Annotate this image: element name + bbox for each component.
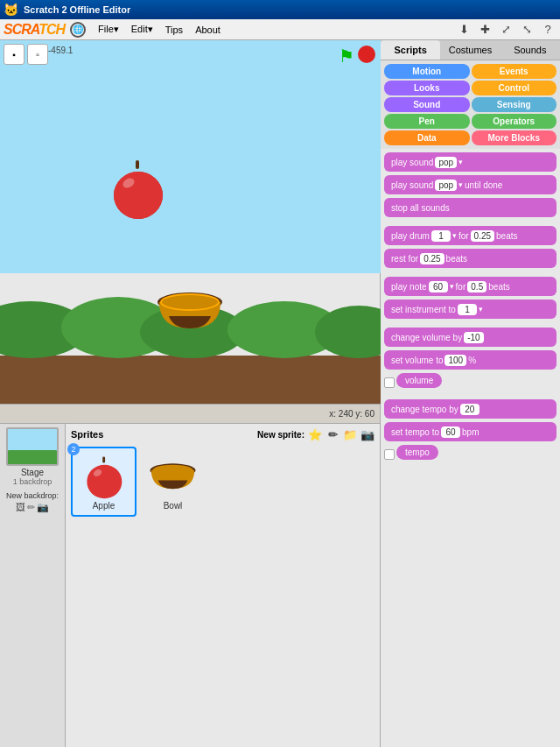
block-tempo-change-input[interactable]: 20	[460, 404, 480, 415]
cat-data[interactable]: Data	[384, 130, 470, 145]
sprite-item-apple[interactable]: Apple	[71, 447, 136, 517]
left-panel: ▪ ▫ -459.1 ⚑ x: 240 y: 60 Stage 1 backdr…	[0, 40, 381, 747]
blocks-area: play sound pop ▾ play sound pop ▾ until …	[381, 149, 560, 747]
sprites-label: Sprites	[71, 429, 103, 440]
cat-pen[interactable]: Pen	[384, 114, 470, 129]
add-icon[interactable]: ✚	[476, 21, 494, 39]
apple-sprite	[109, 159, 166, 220]
cat-motion[interactable]: Motion	[384, 64, 470, 79]
stop-button[interactable]	[358, 46, 375, 63]
svg-rect-7	[102, 456, 105, 462]
block-change-tempo[interactable]: change tempo by 20	[384, 399, 556, 419]
block-note-beats-input[interactable]: 0.5	[467, 281, 486, 292]
block-rest[interactable]: rest for 0.25 beats	[384, 249, 556, 268]
coords-display: -459.1	[48, 46, 73, 55]
green-flag-button[interactable]: ⚑	[339, 46, 354, 67]
block-instrument-arrow: ▾	[479, 305, 483, 314]
expand-icon[interactable]: ⤢	[497, 21, 514, 39]
tab-costumes[interactable]: Costumes	[440, 40, 500, 60]
shrink-icon[interactable]: ⤡	[518, 21, 536, 39]
svg-point-2	[114, 172, 163, 219]
help-icon[interactable]: ?	[539, 21, 556, 39]
block-play-sound[interactable]: play sound pop ▾	[384, 152, 556, 172]
stage-bottom-bar: x: 240 y: 60	[0, 404, 380, 423]
volume-reporter[interactable]: volume	[396, 373, 442, 388]
block-play-drum[interactable]: play drum 1 ▾ for 0.25 beats	[384, 226, 556, 245]
new-sprite-paint-icon[interactable]: ⭐	[308, 427, 322, 441]
volume-checkbox[interactable]	[384, 377, 395, 388]
block-drum-beats-input[interactable]: 0.25	[471, 230, 494, 242]
block-instrument-input[interactable]: 1	[458, 304, 477, 315]
cat-sound[interactable]: Sound	[384, 97, 470, 112]
bowl-thumb	[147, 453, 200, 501]
new-backdrop-label: New backdrop:	[6, 491, 59, 500]
tempo-checkbox[interactable]	[384, 449, 395, 460]
block-play-sound-done[interactable]: play sound pop ▾ until done	[384, 175, 556, 194]
block-play-sound-arrow: ▾	[458, 158, 463, 166]
block-play-sound-input[interactable]: pop	[435, 157, 457, 168]
block-volume-input[interactable]: 100	[444, 355, 466, 366]
block-tempo-input[interactable]: 60	[441, 426, 460, 438]
block-set-volume[interactable]: set volume to 100 %	[384, 350, 556, 370]
sprite-name-bowl: Bowl	[164, 501, 183, 511]
new-sprite-camera-icon[interactable]: 📷	[360, 427, 374, 441]
stage-thumbnail[interactable]	[6, 427, 59, 466]
block-play-sound-done-input[interactable]: pop	[435, 180, 457, 191]
brush-icon[interactable]: ✏	[27, 502, 35, 513]
stage-size-normal-button[interactable]: ▫	[27, 44, 48, 65]
stage-column: Stage 1 backdrop New backdrop: 🖼 ✏ 📷	[0, 424, 66, 747]
menu-about[interactable]: About	[190, 23, 226, 37]
svg-point-8	[87, 464, 122, 498]
volume-reporter-row: volume	[384, 373, 556, 391]
block-change-volume[interactable]: change volume by -10	[384, 328, 556, 347]
main-layout: ▪ ▫ -459.1 ⚑ x: 240 y: 60 Stage 1 backdr…	[0, 40, 560, 747]
block-drum-arrow: ▾	[452, 231, 457, 240]
categories: Motion Events Looks Control Sound Sensin…	[381, 60, 560, 149]
sprite-item-bowl[interactable]: Bowl	[140, 447, 206, 517]
sprite-item-apple-wrap: 2 Apple	[71, 447, 136, 517]
sprites-grid: 2 Apple	[67, 443, 378, 520]
sprites-header: Sprites New sprite: ⭐ ✏ 📁 📷	[67, 426, 378, 443]
new-sprite-folder-icon[interactable]: 📁	[343, 427, 357, 441]
stage: ▪ ▫ -459.1 ⚑	[0, 40, 381, 404]
block-volume-change-input[interactable]: -10	[464, 332, 483, 343]
block-set-tempo[interactable]: set tempo to 60 bpm	[384, 422, 556, 441]
paint-backdrop-icon[interactable]: 🖼	[16, 502, 25, 513]
tab-scripts[interactable]: Scripts	[381, 40, 440, 60]
block-note-arrow: ▾	[450, 282, 454, 291]
sprites-list: Sprites New sprite: ⭐ ✏ 📁 📷 2	[66, 424, 380, 747]
stage-size-small-button[interactable]: ▪	[4, 44, 24, 65]
block-stop-sounds[interactable]: stop all sounds	[384, 198, 556, 217]
cat-events[interactable]: Events	[472, 64, 557, 79]
tempo-reporter[interactable]: tempo	[396, 445, 438, 460]
menu-file[interactable]: File▾	[93, 22, 124, 37]
block-note-input[interactable]: 60	[429, 281, 448, 292]
app-icon: 🐱	[4, 3, 18, 17]
new-sprite-brush-icon[interactable]: ✏	[326, 427, 340, 441]
sprite-badge-apple: 2	[67, 443, 80, 455]
title-bar: 🐱 Scratch 2 Offline Editor	[0, 0, 560, 19]
cat-sensing[interactable]: Sensing	[472, 97, 557, 112]
cat-control[interactable]: Control	[472, 81, 557, 95]
xy-display: x: 240 y: 60	[329, 409, 374, 419]
bowl-sprite	[156, 292, 224, 331]
camera-backdrop-icon[interactable]: 📷	[37, 502, 49, 513]
block-set-instrument[interactable]: set instrument to 1 ▾	[384, 300, 556, 319]
block-tabs: Scripts Costumes Sounds	[381, 40, 560, 60]
globe-icon[interactable]: 🌐	[70, 22, 86, 38]
download-icon[interactable]: ⬇	[455, 21, 472, 39]
menu-tips[interactable]: Tips	[160, 23, 188, 37]
block-rest-input[interactable]: 0.25	[420, 253, 444, 264]
title-text: Scratch 2 Offline Editor	[24, 4, 130, 15]
block-play-sound-done-arrow: ▾	[458, 180, 463, 189]
cat-operators[interactable]: Operators	[472, 114, 557, 129]
new-sprite-label: New sprite:	[257, 430, 304, 440]
tempo-reporter-row: tempo	[384, 445, 556, 463]
cat-more[interactable]: More Blocks	[472, 130, 557, 145]
cat-looks[interactable]: Looks	[384, 81, 470, 95]
menu-edit[interactable]: Edit▾	[126, 22, 158, 37]
block-play-note[interactable]: play note 60 ▾ for 0.5 beats	[384, 277, 556, 296]
scratch-logo: SCRATCH	[4, 22, 65, 38]
tab-sounds[interactable]: Sounds	[500, 40, 560, 60]
block-drum-input[interactable]: 1	[431, 230, 451, 242]
